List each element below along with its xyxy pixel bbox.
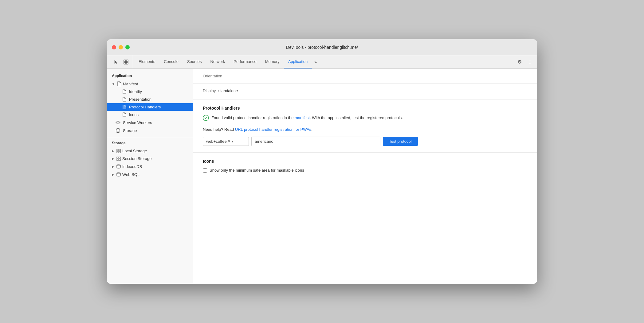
icons-file-icon — [122, 112, 127, 117]
tab-network[interactable]: Network — [206, 55, 230, 68]
svg-point-16 — [203, 115, 209, 121]
protocol-handlers-title: Protocol Handlers — [203, 106, 527, 111]
success-check-icon — [203, 115, 209, 123]
svg-rect-13 — [119, 159, 120, 161]
indexed-db-icon — [116, 164, 121, 169]
web-sql-expand-arrow: ▶ — [112, 173, 114, 176]
title-bar: DevTools - protocol-handler.glitch.me/ — [107, 39, 537, 55]
session-storage-label: Session Storage — [122, 156, 151, 161]
maskable-icons-checkbox[interactable] — [203, 168, 207, 173]
inspect-icon[interactable] — [122, 58, 130, 66]
settings-icon[interactable]: ⚙ — [515, 57, 524, 67]
sidebar-item-presentation[interactable]: Presentation — [107, 95, 193, 103]
local-storage-expand-arrow: ▶ — [112, 149, 114, 153]
sidebar-item-service-workers[interactable]: Service Workers — [107, 119, 193, 126]
main-layout: Application ▼ Manifest — [107, 69, 537, 284]
svg-rect-3 — [126, 62, 128, 64]
icons-label: Icons — [129, 112, 139, 117]
content-area: Orientation Display standalone Protocol … — [193, 69, 537, 284]
tab-memory[interactable]: Memory — [261, 55, 284, 68]
svg-point-14 — [117, 165, 120, 166]
sidebar-item-icons[interactable]: Icons — [107, 111, 193, 119]
orientation-label: Orientation — [203, 74, 222, 78]
minimize-button[interactable] — [119, 45, 123, 49]
display-label: Display — [203, 88, 216, 93]
indexed-db-label: IndexedDB — [122, 164, 142, 169]
svg-point-5 — [116, 129, 120, 130]
tab-application[interactable]: Application — [284, 55, 312, 68]
manifest-label: Manifest — [123, 82, 138, 86]
sidebar: Application ▼ Manifest — [107, 69, 193, 284]
tabs: Elements Console Sources Network Perform… — [134, 55, 515, 68]
identity-file-icon — [122, 89, 127, 94]
orientation-row: Orientation — [193, 69, 537, 84]
success-text: Found valid protocol handler registratio… — [211, 115, 403, 121]
sidebar-item-indexed-db[interactable]: ▶ IndexedDB — [107, 162, 193, 170]
maskable-icons-row: Show only the minimum safe area for mask… — [203, 168, 527, 173]
svg-point-15 — [117, 173, 120, 174]
svg-rect-8 — [117, 151, 118, 153]
sidebar-item-protocol-handlers[interactable]: Protocol Handlers — [107, 103, 193, 111]
success-pre: Found valid protocol handler registratio… — [211, 115, 295, 120]
manifest-file-icon — [117, 81, 122, 86]
application-section-title: Application — [107, 72, 193, 80]
close-button[interactable] — [112, 45, 116, 49]
devtools-window: DevTools - protocol-handler.glitch.me/ E… — [107, 39, 537, 284]
storage-label: Storage — [123, 128, 137, 133]
sidebar-item-identity[interactable]: Identity — [107, 88, 193, 95]
manifest-link[interactable]: manifest — [295, 115, 310, 120]
test-protocol-button[interactable]: Test protocol — [383, 137, 418, 146]
local-storage-grid-icon — [116, 149, 121, 153]
tab-console[interactable]: Console — [159, 55, 183, 68]
display-row: Display standalone — [193, 84, 537, 99]
toolbar-icons — [109, 55, 133, 68]
presentation-label: Presentation — [129, 97, 151, 102]
cursor-icon[interactable] — [112, 58, 120, 66]
web-sql-icon — [116, 172, 121, 177]
svg-point-4 — [117, 122, 119, 123]
traffic-lights — [112, 45, 130, 49]
session-storage-expand-arrow: ▶ — [112, 157, 114, 160]
icons-section: Icons Show only the minimum safe area fo… — [193, 153, 537, 179]
sidebar-item-storage[interactable]: Storage — [107, 126, 193, 134]
sidebar-item-session-storage[interactable]: ▶ Session Storage — [107, 155, 193, 162]
local-storage-label: Local Storage — [122, 149, 147, 153]
identity-label: Identity — [129, 89, 142, 94]
session-storage-grid-icon — [116, 157, 121, 161]
tab-more[interactable]: » — [312, 55, 319, 68]
svg-rect-1 — [126, 60, 128, 62]
help-post: . — [311, 127, 312, 132]
storage-db-icon — [116, 128, 120, 133]
svg-rect-11 — [119, 157, 120, 158]
maskable-icons-label[interactable]: Show only the minimum safe area for mask… — [210, 168, 304, 173]
sidebar-item-web-sql[interactable]: ▶ Web SQL — [107, 170, 193, 178]
pwa-link[interactable]: URL protocol handler registration for PW… — [235, 127, 311, 132]
svg-rect-6 — [117, 149, 118, 151]
toolbar-right: ⚙ ⋮ — [515, 55, 535, 68]
svg-rect-2 — [124, 62, 126, 64]
protocol-handlers-section: Protocol Handlers Found valid protocol h… — [193, 99, 537, 153]
more-options-icon[interactable]: ⋮ — [525, 57, 535, 67]
tab-sources[interactable]: Sources — [183, 55, 206, 68]
sidebar-divider — [107, 137, 193, 137]
help-pre: Need help? Read — [203, 127, 235, 132]
svg-rect-0 — [124, 60, 126, 62]
storage-section-title: Storage — [107, 140, 193, 147]
sidebar-item-local-storage[interactable]: ▶ Local Storage — [107, 147, 193, 155]
protocol-input[interactable] — [251, 137, 380, 146]
success-post: . With the app installed, test the regis… — [310, 115, 403, 120]
sidebar-item-manifest[interactable]: ▼ Manifest — [107, 80, 193, 88]
presentation-file-icon — [122, 97, 127, 102]
help-text: Need help? Read URL protocol handler reg… — [203, 127, 527, 132]
svg-rect-10 — [117, 157, 118, 158]
tab-elements[interactable]: Elements — [134, 55, 159, 68]
protocol-select[interactable]: web+coffee:// ▾ — [203, 137, 249, 146]
tab-performance[interactable]: Performance — [229, 55, 261, 68]
service-workers-gear-icon — [116, 120, 120, 125]
svg-rect-7 — [119, 149, 120, 151]
maximize-button[interactable] — [125, 45, 130, 49]
protocol-select-value: web+coffee:// — [206, 139, 230, 144]
service-workers-label: Service Workers — [123, 120, 152, 125]
web-sql-label: Web SQL — [122, 172, 139, 177]
icons-section-title: Icons — [203, 159, 527, 164]
